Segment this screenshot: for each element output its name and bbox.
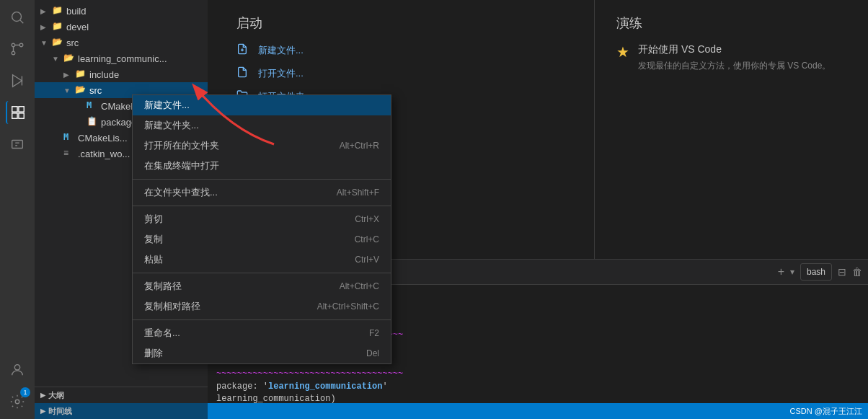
practice-item-0[interactable]: ★ 开始使用 VS Code 发现最佳的自定义方法，使用你的专属 VS Code… [616, 43, 846, 72]
menu-item-label: 剪切 [144, 213, 163, 226]
run-icon[interactable] [6, 69, 29, 92]
menu-item-label: 复制相对路径 [144, 300, 200, 313]
menu-item-shortcut: Alt+Shift+F [337, 188, 379, 198]
menu-item-new-file[interactable]: 新建文件... [133, 95, 391, 115]
account-icon[interactable] [6, 358, 29, 381]
menu-item-shortcut: F2 [369, 328, 379, 338]
folder-open-icon: 📂 [75, 84, 87, 96]
timeline-label: 时间线 [48, 406, 72, 417]
file-icon: ≡ [63, 148, 75, 159]
menu-item-label: 新建文件夹... [144, 119, 199, 132]
xml-file-icon: 📋 [87, 116, 98, 128]
folder-icon: 📁 [52, 5, 63, 17]
settings-badge: 1 [20, 387, 30, 397]
svg-marker-5 [13, 75, 22, 87]
tree-label: include [89, 69, 119, 80]
menu-item-label: 新建文件... [144, 99, 190, 112]
menu-item-label: 删除 [144, 347, 163, 360]
cmake-file-icon2: M [63, 132, 75, 144]
svg-rect-7 [12, 107, 17, 112]
menu-item-delete[interactable]: 删除 Del [133, 343, 391, 363]
menu-item-cut[interactable]: 剪切 Ctrl+X [133, 209, 391, 229]
source-control-icon[interactable] [6, 38, 29, 61]
menu-separator [133, 179, 391, 180]
menu-item-copy-path[interactable]: 复制路径 Alt+Ctrl+C [133, 276, 391, 296]
search-icon[interactable] [6, 6, 29, 29]
menu-item-label: 复制 [144, 233, 163, 246]
tree-label: CMakeLis... [78, 133, 128, 144]
plus-icon[interactable]: + [778, 265, 784, 278]
folder-icon: 📁 [52, 21, 63, 32]
menu-item-copy[interactable]: 复制 Ctrl+C [133, 229, 391, 250]
svg-rect-8 [19, 107, 24, 112]
tree-label: src [66, 38, 79, 48]
tree-label: build [66, 6, 86, 17]
menu-item-label: 粘贴 [144, 253, 163, 266]
tree-item-learning[interactable]: ▼ 📂 learning_communic... [35, 50, 208, 66]
menu-item-shortcut: Alt+Ctrl+C [340, 281, 379, 291]
svg-rect-9 [12, 113, 17, 118]
sidebar-sections: ▶ 大纲 ▶ 时间线 [35, 387, 208, 419]
cmake-file-icon: M [87, 100, 98, 112]
menu-item-new-folder[interactable]: 新建文件夹... [133, 115, 391, 136]
chevron-right-icon: ▶ [40, 23, 52, 31]
menu-separator [133, 273, 391, 273]
settings-icon[interactable]: 1 [6, 390, 29, 413]
tree-item-devel[interactable]: ▶ 📁 devel [35, 19, 208, 35]
new-file-label: 新建文件... [258, 44, 304, 57]
menu-item-label: 在文件夹中查找... [144, 186, 218, 199]
menu-item-rename[interactable]: 重命名... F2 [133, 323, 391, 343]
practice-item-desc: 发现最佳的自定义方法，使用你的专属 VS Code。 [638, 59, 831, 72]
menu-separator [133, 206, 391, 206]
outline-label: 大纲 [48, 390, 64, 401]
outline-section[interactable]: ▶ 大纲 [35, 387, 208, 403]
open-file-item[interactable]: 打开文件... [236, 66, 565, 81]
chevron-down-icon[interactable]: ▾ [790, 267, 794, 277]
folder-icon: 📁 [75, 69, 87, 80]
chevron-right-icon: ▶ [40, 392, 45, 399]
explorer-icon[interactable] [6, 101, 29, 124]
practice-content: 开始使用 VS Code 发现最佳的自定义方法，使用你的专属 VS Code。 [638, 43, 831, 72]
menu-item-label: 在集成终端中打开 [144, 159, 219, 172]
chevron-right-icon: ▶ [40, 7, 52, 15]
new-file-icon [236, 43, 251, 58]
menu-item-open-terminal[interactable]: 在集成终端中打开 [133, 156, 391, 176]
menu-item-find-in-folder[interactable]: 在文件夹中查找... Alt+Shift+F [133, 182, 391, 203]
tree-label: learning_communic... [78, 53, 167, 64]
start-title: 启动 [236, 14, 565, 32]
menu-item-shortcut: Ctrl+V [355, 255, 379, 265]
panel-actions: + ▾ bash ⊟ 🗑 [778, 263, 862, 281]
menu-item-copy-relative-path[interactable]: 复制相对路径 Alt+Ctrl+Shift+C [133, 296, 391, 317]
menu-separator [133, 319, 391, 320]
practice-item-title: 开始使用 VS Code [638, 43, 831, 56]
menu-item-paste[interactable]: 粘贴 Ctrl+V [133, 250, 391, 270]
svg-rect-10 [19, 113, 24, 118]
svg-point-14 [14, 365, 19, 370]
trash-icon[interactable]: 🗑 [852, 266, 862, 278]
svg-point-0 [12, 12, 22, 22]
open-file-label: 打开文件... [258, 67, 304, 80]
menu-item-shortcut: Ctrl+C [355, 234, 379, 244]
shell-label[interactable]: bash [800, 263, 832, 281]
new-file-item[interactable]: 新建文件... [236, 43, 565, 58]
timeline-section[interactable]: ▶ 时间线 [35, 403, 208, 419]
star-icon: ★ [616, 43, 629, 61]
menu-item-open-folder[interactable]: 打开所在的文件夹 Alt+Ctrl+R [133, 136, 391, 156]
terminal-line: package: 'learning_communication' [216, 381, 859, 393]
split-icon[interactable]: ⊟ [838, 266, 846, 278]
practice-title: 演练 [616, 14, 846, 32]
svg-rect-11 [12, 141, 23, 149]
tree-item-build[interactable]: ▶ 📁 build [35, 3, 208, 19]
tree-item-include[interactable]: ▶ 📁 include [35, 66, 208, 82]
folder-open-icon: 📂 [63, 53, 75, 64]
chevron-right-icon: ▶ [63, 71, 75, 79]
menu-item-shortcut: Ctrl+X [355, 214, 379, 224]
status-bar: CSDN @混子王江江 [208, 403, 868, 419]
svg-point-4 [12, 51, 15, 55]
tree-item-src[interactable]: ▼ 📂 src [35, 35, 208, 50]
svg-line-1 [20, 20, 23, 23]
chevron-down-icon: ▼ [63, 87, 75, 94]
remote-icon[interactable] [6, 133, 29, 156]
svg-point-15 [15, 400, 19, 404]
menu-item-label: 重命名... [144, 327, 180, 340]
